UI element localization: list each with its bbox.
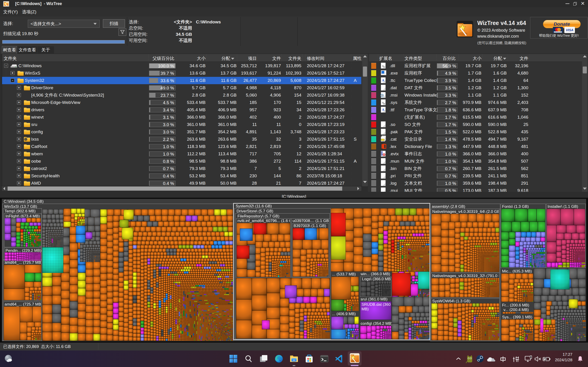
svg-text:VISA: VISA	[566, 28, 573, 32]
